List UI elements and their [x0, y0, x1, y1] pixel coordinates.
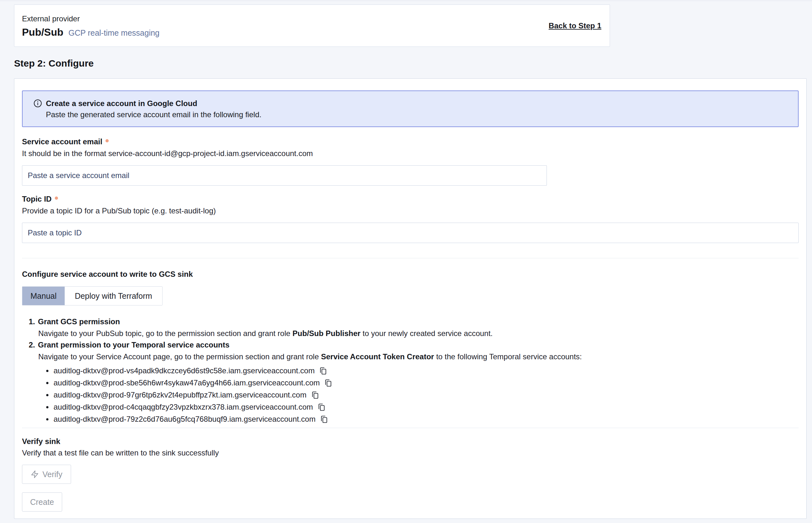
- list-item: auditlog-dktxv@prod-c4cqaqgbfzy23vpzkbxz…: [46, 401, 332, 413]
- step-body-prefix: Navigate to your PubSub topic, go to the…: [38, 329, 293, 338]
- step-number: 2.: [29, 341, 35, 349]
- bullet-dot: [46, 382, 49, 384]
- manual-step-2-body: Navigate to your Service Account page, g…: [38, 352, 582, 361]
- required-indicator: [105, 139, 109, 142]
- configure-method-tabs: Manual Deploy with Terraform: [22, 286, 162, 305]
- section-divider: [22, 258, 799, 258]
- copy-icon[interactable]: [311, 391, 319, 399]
- list-item: auditlog-dktxv@prod-sbe56h6wr4sykaw47a6y…: [46, 377, 332, 389]
- provider-eyebrow: External provider: [22, 14, 80, 23]
- copy-icon[interactable]: [317, 403, 326, 412]
- create-button-label: Create: [30, 498, 54, 507]
- step-number: 1.: [29, 317, 35, 326]
- configure-section-title: Configure service account to write to GC…: [22, 270, 193, 279]
- verify-sink-title: Verify sink: [22, 437, 60, 446]
- back-to-step-1-link[interactable]: Back to Step 1: [549, 21, 601, 30]
- copy-icon[interactable]: [324, 379, 332, 387]
- step-body-prefix: Navigate to your Service Account page, g…: [38, 352, 321, 361]
- step-title-text: Grant GCS permission: [38, 317, 120, 326]
- create-button[interactable]: Create: [22, 492, 62, 511]
- service-account-email: auditlog-dktxv@prod-c4cqaqgbfzy23vpzkbxz…: [54, 402, 313, 412]
- verify-button-label: Verify: [42, 470, 63, 479]
- tab-manual[interactable]: Manual: [22, 287, 65, 305]
- configure-card: Create a service account in Google Cloud…: [14, 78, 807, 519]
- topic-id-helper: Provide a topic ID for a Pub/Sub topic (…: [22, 206, 216, 215]
- page-title: Step 2: Configure: [14, 58, 94, 69]
- required-indicator: [55, 197, 58, 200]
- service-account-email-helper: It should be in the format service-accou…: [22, 149, 313, 158]
- step-body-role: Service Account Token Creator: [321, 352, 434, 361]
- step-body-suffix: to your newly created service account.: [360, 329, 493, 338]
- step-body-role: Pub/Sub Publisher: [293, 329, 360, 338]
- info-banner-title: Create a service account in Google Cloud: [46, 99, 261, 108]
- provider-name: Pub/Sub: [22, 26, 64, 38]
- bullet-dot: [46, 418, 49, 420]
- copy-icon[interactable]: [319, 367, 327, 375]
- info-banner-body: Paste the generated service account emai…: [46, 110, 261, 120]
- service-account-email: auditlog-dktxv@prod-97gr6tp6zkv2t4epubff…: [54, 391, 306, 399]
- service-account-email: auditlog-dktxv@prod-vs4padk9dkczcey6d6st…: [54, 366, 315, 375]
- verify-sink-subtitle: Verify that a test file can be written t…: [22, 449, 219, 457]
- info-circle-icon: [33, 99, 42, 108]
- bullet-dot: [46, 370, 49, 372]
- provider-card: External provider Pub/Sub GCP real-time …: [14, 4, 610, 47]
- topic-id-field-block: Topic ID Provide a topic ID for a Pub/Su…: [22, 195, 216, 215]
- zap-icon: [31, 470, 39, 479]
- service-account-email-label: Service account email: [22, 137, 102, 146]
- temporal-service-account-list: auditlog-dktxv@prod-vs4padk9dkczcey6d6st…: [46, 365, 332, 425]
- bullet-dot: [46, 394, 49, 396]
- service-account-email: auditlog-dktxv@prod-sbe56h6wr4sykaw47a6y…: [54, 378, 320, 387]
- verify-button[interactable]: Verify: [22, 465, 71, 484]
- topic-id-input[interactable]: [22, 223, 799, 243]
- manual-step-1-title: 1. Grant GCS permission: [29, 317, 120, 326]
- info-banner: Create a service account in Google Cloud…: [22, 90, 799, 127]
- provider-tagline: GCP real-time messaging: [69, 28, 160, 38]
- service-account-email: auditlog-dktxv@prod-79z2c6d76au6g5fcq768…: [54, 415, 316, 423]
- list-item: auditlog-dktxv@prod-79z2c6d76au6g5fcq768…: [46, 413, 332, 425]
- provider-row: Pub/Sub GCP real-time messaging: [22, 26, 160, 38]
- service-account-email-input[interactable]: [22, 165, 547, 186]
- service-account-email-field-block: Service account email It should be in th…: [22, 137, 313, 158]
- topic-id-label: Topic ID: [22, 195, 52, 203]
- section-divider: [22, 428, 799, 428]
- bullet-dot: [46, 406, 49, 408]
- step-title-text: Grant permission to your Temporal servic…: [38, 341, 229, 349]
- copy-icon[interactable]: [320, 415, 328, 423]
- manual-step-1-body: Navigate to your PubSub topic, go to the…: [38, 329, 493, 338]
- manual-step-2-title: 2. Grant permission to your Temporal ser…: [29, 341, 229, 349]
- list-item: auditlog-dktxv@prod-vs4padk9dkczcey6d6st…: [46, 365, 332, 377]
- list-item: auditlog-dktxv@prod-97gr6tp6zkv2t4epubff…: [46, 389, 332, 401]
- top-divider: [0, 1, 812, 1]
- step-body-suffix: to the following Temporal service accoun…: [434, 352, 582, 361]
- tab-deploy-with-terraform[interactable]: Deploy with Terraform: [65, 287, 162, 305]
